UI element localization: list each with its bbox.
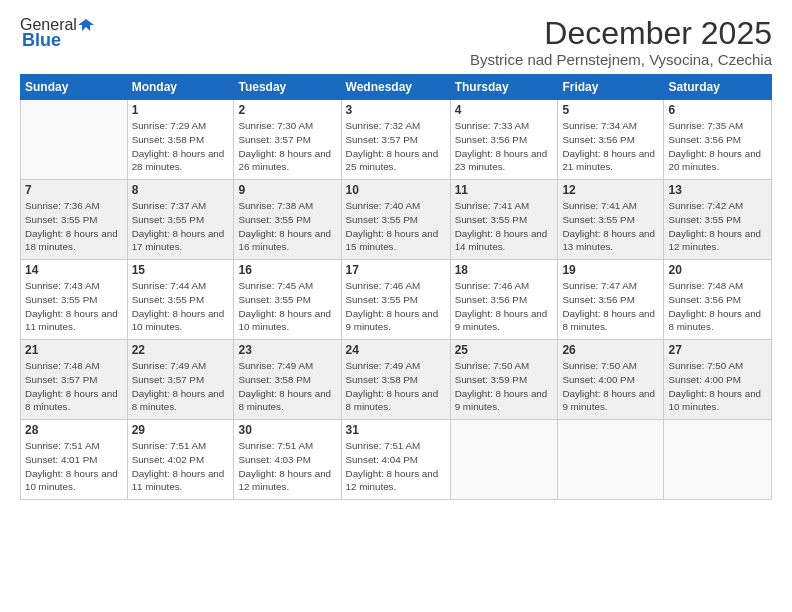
day-info: Sunrise: 7:32 AMSunset: 3:57 PMDaylight:… xyxy=(346,119,446,174)
calendar-cell: 16Sunrise: 7:45 AMSunset: 3:55 PMDayligh… xyxy=(234,260,341,340)
day-info: Sunrise: 7:50 AMSunset: 4:00 PMDaylight:… xyxy=(562,359,659,414)
day-number: 14 xyxy=(25,263,123,277)
day-info: Sunrise: 7:46 AMSunset: 3:55 PMDaylight:… xyxy=(346,279,446,334)
header: General Blue December 2025 Bystrice nad … xyxy=(20,16,772,68)
day-info: Sunrise: 7:34 AMSunset: 3:56 PMDaylight:… xyxy=(562,119,659,174)
calendar-cell: 14Sunrise: 7:43 AMSunset: 3:55 PMDayligh… xyxy=(21,260,128,340)
header-tuesday: Tuesday xyxy=(234,75,341,100)
header-monday: Monday xyxy=(127,75,234,100)
day-info: Sunrise: 7:50 AMSunset: 3:59 PMDaylight:… xyxy=(455,359,554,414)
day-number: 12 xyxy=(562,183,659,197)
day-number: 6 xyxy=(668,103,767,117)
day-number: 25 xyxy=(455,343,554,357)
day-info: Sunrise: 7:40 AMSunset: 3:55 PMDaylight:… xyxy=(346,199,446,254)
header-wednesday: Wednesday xyxy=(341,75,450,100)
calendar-cell: 25Sunrise: 7:50 AMSunset: 3:59 PMDayligh… xyxy=(450,340,558,420)
day-number: 19 xyxy=(562,263,659,277)
day-info: Sunrise: 7:47 AMSunset: 3:56 PMDaylight:… xyxy=(562,279,659,334)
day-number: 23 xyxy=(238,343,336,357)
day-info: Sunrise: 7:46 AMSunset: 3:56 PMDaylight:… xyxy=(455,279,554,334)
day-info: Sunrise: 7:49 AMSunset: 3:58 PMDaylight:… xyxy=(346,359,446,414)
calendar-cell: 29Sunrise: 7:51 AMSunset: 4:02 PMDayligh… xyxy=(127,420,234,500)
day-number: 31 xyxy=(346,423,446,437)
day-number: 8 xyxy=(132,183,230,197)
day-info: Sunrise: 7:42 AMSunset: 3:55 PMDaylight:… xyxy=(668,199,767,254)
logo: General Blue xyxy=(20,16,95,51)
day-number: 17 xyxy=(346,263,446,277)
calendar-cell: 6Sunrise: 7:35 AMSunset: 3:56 PMDaylight… xyxy=(664,100,772,180)
calendar-week-row: 21Sunrise: 7:48 AMSunset: 3:57 PMDayligh… xyxy=(21,340,772,420)
day-number: 4 xyxy=(455,103,554,117)
day-info: Sunrise: 7:36 AMSunset: 3:55 PMDaylight:… xyxy=(25,199,123,254)
title-block: December 2025 Bystrice nad Pernstejnem, … xyxy=(470,16,772,68)
day-number: 1 xyxy=(132,103,230,117)
calendar-cell: 10Sunrise: 7:40 AMSunset: 3:55 PMDayligh… xyxy=(341,180,450,260)
day-info: Sunrise: 7:38 AMSunset: 3:55 PMDaylight:… xyxy=(238,199,336,254)
logo-bird-icon xyxy=(78,17,94,33)
day-number: 21 xyxy=(25,343,123,357)
day-number: 15 xyxy=(132,263,230,277)
day-info: Sunrise: 7:35 AMSunset: 3:56 PMDaylight:… xyxy=(668,119,767,174)
day-info: Sunrise: 7:44 AMSunset: 3:55 PMDaylight:… xyxy=(132,279,230,334)
calendar-cell: 19Sunrise: 7:47 AMSunset: 3:56 PMDayligh… xyxy=(558,260,664,340)
main-title: December 2025 xyxy=(470,16,772,51)
calendar-week-row: 1Sunrise: 7:29 AMSunset: 3:58 PMDaylight… xyxy=(21,100,772,180)
day-info: Sunrise: 7:51 AMSunset: 4:03 PMDaylight:… xyxy=(238,439,336,494)
day-number: 27 xyxy=(668,343,767,357)
header-saturday: Saturday xyxy=(664,75,772,100)
day-number: 26 xyxy=(562,343,659,357)
day-number: 9 xyxy=(238,183,336,197)
day-info: Sunrise: 7:45 AMSunset: 3:55 PMDaylight:… xyxy=(238,279,336,334)
day-info: Sunrise: 7:48 AMSunset: 3:56 PMDaylight:… xyxy=(668,279,767,334)
day-info: Sunrise: 7:29 AMSunset: 3:58 PMDaylight:… xyxy=(132,119,230,174)
calendar-cell: 11Sunrise: 7:41 AMSunset: 3:55 PMDayligh… xyxy=(450,180,558,260)
day-info: Sunrise: 7:49 AMSunset: 3:57 PMDaylight:… xyxy=(132,359,230,414)
calendar-cell xyxy=(558,420,664,500)
day-info: Sunrise: 7:41 AMSunset: 3:55 PMDaylight:… xyxy=(562,199,659,254)
calendar-cell: 1Sunrise: 7:29 AMSunset: 3:58 PMDaylight… xyxy=(127,100,234,180)
day-number: 7 xyxy=(25,183,123,197)
calendar-week-row: 28Sunrise: 7:51 AMSunset: 4:01 PMDayligh… xyxy=(21,420,772,500)
day-info: Sunrise: 7:51 AMSunset: 4:01 PMDaylight:… xyxy=(25,439,123,494)
header-thursday: Thursday xyxy=(450,75,558,100)
calendar-cell: 12Sunrise: 7:41 AMSunset: 3:55 PMDayligh… xyxy=(558,180,664,260)
day-number: 10 xyxy=(346,183,446,197)
day-info: Sunrise: 7:41 AMSunset: 3:55 PMDaylight:… xyxy=(455,199,554,254)
calendar-cell: 30Sunrise: 7:51 AMSunset: 4:03 PMDayligh… xyxy=(234,420,341,500)
calendar-cell: 8Sunrise: 7:37 AMSunset: 3:55 PMDaylight… xyxy=(127,180,234,260)
day-number: 3 xyxy=(346,103,446,117)
day-number: 29 xyxy=(132,423,230,437)
day-info: Sunrise: 7:48 AMSunset: 3:57 PMDaylight:… xyxy=(25,359,123,414)
header-friday: Friday xyxy=(558,75,664,100)
day-number: 2 xyxy=(238,103,336,117)
calendar-week-row: 14Sunrise: 7:43 AMSunset: 3:55 PMDayligh… xyxy=(21,260,772,340)
calendar-cell: 24Sunrise: 7:49 AMSunset: 3:58 PMDayligh… xyxy=(341,340,450,420)
day-info: Sunrise: 7:51 AMSunset: 4:02 PMDaylight:… xyxy=(132,439,230,494)
calendar-cell: 5Sunrise: 7:34 AMSunset: 3:56 PMDaylight… xyxy=(558,100,664,180)
weekday-header-row: Sunday Monday Tuesday Wednesday Thursday… xyxy=(21,75,772,100)
calendar-cell xyxy=(664,420,772,500)
calendar-cell: 3Sunrise: 7:32 AMSunset: 3:57 PMDaylight… xyxy=(341,100,450,180)
header-sunday: Sunday xyxy=(21,75,128,100)
page: General Blue December 2025 Bystrice nad … xyxy=(0,0,792,612)
calendar-cell: 20Sunrise: 7:48 AMSunset: 3:56 PMDayligh… xyxy=(664,260,772,340)
calendar-cell: 22Sunrise: 7:49 AMSunset: 3:57 PMDayligh… xyxy=(127,340,234,420)
calendar-cell: 7Sunrise: 7:36 AMSunset: 3:55 PMDaylight… xyxy=(21,180,128,260)
calendar-cell: 21Sunrise: 7:48 AMSunset: 3:57 PMDayligh… xyxy=(21,340,128,420)
day-info: Sunrise: 7:51 AMSunset: 4:04 PMDaylight:… xyxy=(346,439,446,494)
calendar-cell xyxy=(450,420,558,500)
calendar-cell: 23Sunrise: 7:49 AMSunset: 3:58 PMDayligh… xyxy=(234,340,341,420)
day-info: Sunrise: 7:43 AMSunset: 3:55 PMDaylight:… xyxy=(25,279,123,334)
day-number: 22 xyxy=(132,343,230,357)
calendar-cell: 18Sunrise: 7:46 AMSunset: 3:56 PMDayligh… xyxy=(450,260,558,340)
calendar-cell: 27Sunrise: 7:50 AMSunset: 4:00 PMDayligh… xyxy=(664,340,772,420)
day-number: 16 xyxy=(238,263,336,277)
calendar-cell: 9Sunrise: 7:38 AMSunset: 3:55 PMDaylight… xyxy=(234,180,341,260)
day-number: 5 xyxy=(562,103,659,117)
calendar-cell: 31Sunrise: 7:51 AMSunset: 4:04 PMDayligh… xyxy=(341,420,450,500)
day-number: 13 xyxy=(668,183,767,197)
day-number: 11 xyxy=(455,183,554,197)
day-number: 18 xyxy=(455,263,554,277)
svg-marker-0 xyxy=(78,19,94,31)
calendar-cell: 28Sunrise: 7:51 AMSunset: 4:01 PMDayligh… xyxy=(21,420,128,500)
